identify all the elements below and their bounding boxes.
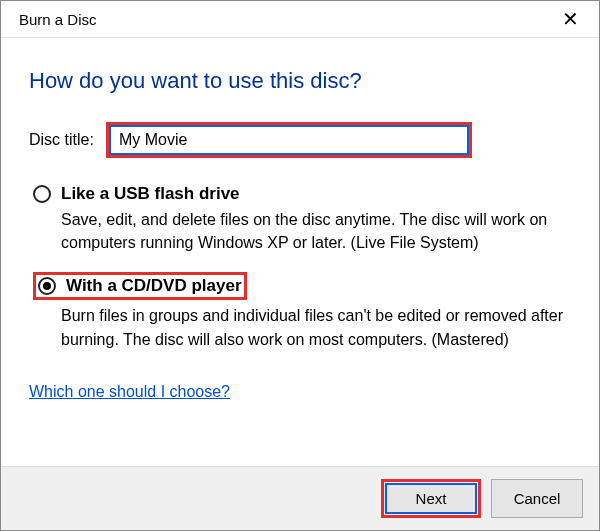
radio-icon[interactable] [38, 277, 56, 295]
option-usb-title: Like a USB flash drive [61, 184, 240, 204]
option-cd-highlight: With a CD/DVD player [33, 272, 247, 300]
option-cd[interactable]: With a CD/DVD player Burn files in group… [29, 272, 571, 350]
cancel-button[interactable]: Cancel [491, 479, 583, 518]
disc-title-input[interactable] [109, 125, 469, 155]
next-button[interactable]: Next [385, 483, 477, 514]
option-cd-head: With a CD/DVD player [33, 272, 571, 300]
disc-title-row: Disc title: [29, 122, 571, 158]
option-usb-desc: Save, edit, and delete files on the disc… [33, 208, 571, 254]
dialog-footer: Next Cancel [1, 466, 599, 530]
page-heading: How do you want to use this disc? [29, 68, 571, 94]
close-icon[interactable]: ✕ [554, 9, 587, 29]
next-button-highlight: Next [381, 479, 481, 518]
option-cd-desc: Burn files in groups and individual file… [33, 304, 571, 350]
option-usb[interactable]: Like a USB flash drive Save, edit, and d… [29, 184, 571, 254]
disc-title-highlight [106, 122, 472, 158]
dialog-content: How do you want to use this disc? Disc t… [1, 38, 599, 401]
disc-title-label: Disc title: [29, 131, 94, 149]
titlebar: Burn a Disc ✕ [1, 1, 599, 38]
help-link[interactable]: Which one should I choose? [29, 383, 230, 401]
option-usb-head: Like a USB flash drive [33, 184, 571, 204]
window-title: Burn a Disc [19, 11, 97, 28]
option-cd-title: With a CD/DVD player [66, 276, 242, 296]
radio-icon[interactable] [33, 185, 51, 203]
